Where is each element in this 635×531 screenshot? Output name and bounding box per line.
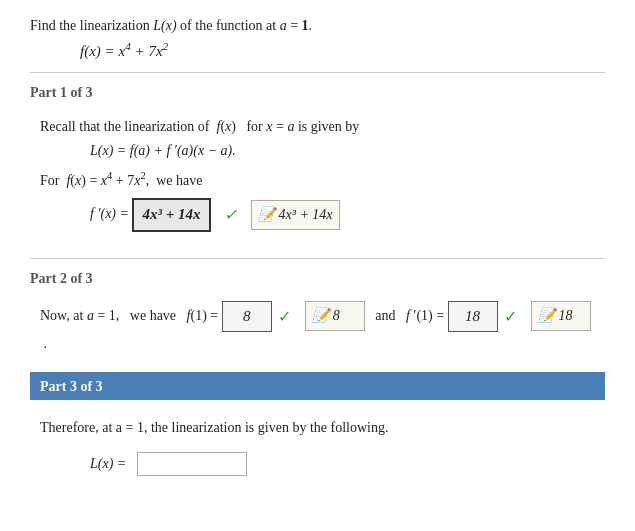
problem-intro: Find the linearization L(x) of the funct… bbox=[30, 18, 605, 34]
part3-label: Part 3 of 3 bbox=[30, 374, 605, 400]
part3-text: Therefore, at a = 1, the linearization i… bbox=[40, 416, 595, 440]
fprime1-hint-icon: 📝 bbox=[538, 304, 555, 328]
lx-label: L(x) = bbox=[90, 456, 126, 471]
part3-section: Part 3 of 3 Therefore, at a = 1, the lin… bbox=[30, 372, 605, 491]
divider-1 bbox=[30, 72, 605, 73]
function-display: f(x) = x4 + 7x2 bbox=[80, 40, 605, 60]
fprime1-answer-box: 18 bbox=[448, 301, 498, 333]
f1-hint-text: 8 bbox=[333, 304, 340, 328]
fprime-line: f ′(x) = 4x³ + 14x ✓ 📝 4x³ + 14x bbox=[90, 198, 595, 232]
and-text: and bbox=[375, 308, 395, 323]
f1-answer-box: 8 bbox=[222, 301, 272, 333]
part2-section: Part 2 of 3 Now, at a = 1, we have f(1) … bbox=[30, 271, 605, 366]
fprime-check-icon: ✓ bbox=[224, 206, 237, 223]
part1-section: Part 1 of 3 Recall that the linearizatio… bbox=[30, 85, 605, 246]
fprime1-hint-text: 18 bbox=[559, 304, 573, 328]
recall-line: Recall that the linearization of f(x) fo… bbox=[40, 115, 595, 139]
part2-content: Now, at a = 1, we have f(1) = 8 ✓ 📝 8 an… bbox=[30, 295, 605, 366]
for-line: For f(x) = x4 + 7x2, we have bbox=[40, 167, 595, 192]
formula-line: L(x) = f(a) + f ′(a)(x − a). bbox=[90, 139, 595, 163]
lx-input[interactable] bbox=[137, 452, 247, 476]
part3-content: Therefore, at a = 1, the linearization i… bbox=[30, 410, 605, 491]
part2-label: Part 2 of 3 bbox=[30, 271, 605, 287]
problem-statement: Find the linearization L(x) of the funct… bbox=[30, 18, 605, 60]
hint-pencil-icon: 📝 bbox=[258, 203, 275, 227]
fprime1-check-icon: ✓ bbox=[504, 308, 517, 325]
fprime1-hint-box: 📝 18 bbox=[531, 301, 591, 331]
fprime-hint-text: 4x³ + 14x bbox=[279, 203, 333, 227]
divider-2 bbox=[30, 258, 605, 259]
part1-label: Part 1 of 3 bbox=[30, 85, 605, 101]
f1-hint-icon: 📝 bbox=[312, 304, 329, 328]
lx-line: L(x) = bbox=[90, 452, 595, 477]
f1-hint-box: 📝 8 bbox=[305, 301, 365, 331]
fprime-hint-box: 📝 4x³ + 14x bbox=[251, 200, 340, 230]
part2-line: Now, at a = 1, we have f(1) = 8 ✓ 📝 8 an… bbox=[40, 301, 595, 356]
part1-content: Recall that the linearization of f(x) fo… bbox=[30, 109, 605, 246]
f1-check-icon: ✓ bbox=[278, 308, 291, 325]
fprime-answer-box: 4x³ + 14x bbox=[132, 198, 210, 232]
